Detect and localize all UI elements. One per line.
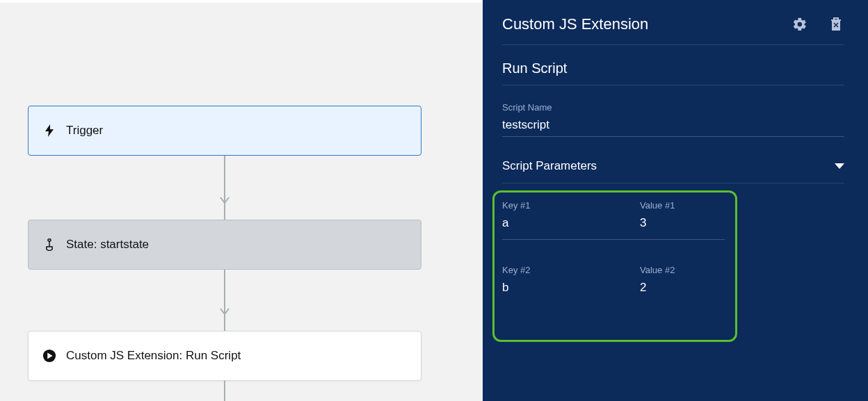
script-parameters-label: Script Parameters (502, 159, 597, 173)
connector-line (224, 156, 225, 220)
properties-panel: Custom JS Extension Run Script Script Na… (483, 0, 868, 401)
param-value-value[interactable]: 2 (640, 281, 758, 299)
script-parameters-body: Key #1 a Value #1 3 Key #2 b Value #2 2 (502, 200, 844, 299)
custom-node-label: Custom JS Extension: Run Script (66, 349, 241, 363)
arrow-down-icon (219, 306, 230, 319)
param-key-value[interactable]: b (502, 281, 620, 299)
gear-icon[interactable] (791, 16, 808, 33)
param-value-field[interactable]: Value #1 3 (640, 200, 758, 234)
param-key-field[interactable]: Key #2 b (502, 265, 620, 299)
param-key-label: Key #1 (502, 200, 620, 211)
param-value-label: Value #1 (640, 200, 758, 211)
parameter-row: Key #1 a Value #1 3 (502, 200, 844, 234)
workflow-canvas[interactable]: Trigger State: startstate Custom JS Exte… (0, 0, 483, 401)
trigger-node-label: Trigger (66, 124, 103, 138)
script-name-label: Script Name (502, 102, 844, 113)
play-circle-icon (42, 349, 56, 363)
script-parameters-toggle[interactable]: Script Parameters (502, 159, 844, 183)
script-name-value[interactable]: testscript (502, 118, 844, 137)
trigger-node[interactable]: Trigger (28, 106, 421, 156)
panel-header: Custom JS Extension (502, 15, 844, 45)
shovel-icon (42, 238, 56, 252)
connector-line (224, 381, 225, 401)
param-key-label: Key #2 (502, 265, 620, 275)
custom-extension-node[interactable]: Custom JS Extension: Run Script (28, 331, 421, 381)
connector-line (224, 270, 225, 331)
parameter-row: Key #2 b Value #2 2 (502, 265, 844, 299)
state-node[interactable]: State: startstate (28, 220, 421, 270)
lightning-icon (42, 124, 56, 138)
svg-rect-0 (48, 239, 51, 241)
param-value-field[interactable]: Value #2 2 (640, 265, 758, 299)
arrow-down-icon (219, 195, 230, 208)
divider (502, 85, 844, 85)
panel-title: Custom JS Extension (502, 15, 648, 33)
trash-icon[interactable] (828, 16, 844, 33)
panel-subtitle: Run Script (502, 60, 844, 76)
param-value-value[interactable]: 3 (640, 216, 758, 234)
field-underline (502, 239, 725, 240)
chevron-down-icon (835, 163, 844, 169)
param-value-label: Value #2 (640, 265, 758, 275)
state-node-label: State: startstate (66, 238, 149, 252)
panel-actions (791, 16, 844, 33)
script-name-field[interactable]: Script Name testscript (502, 102, 844, 137)
param-key-value[interactable]: a (502, 216, 620, 234)
param-key-field[interactable]: Key #1 a (502, 200, 620, 234)
